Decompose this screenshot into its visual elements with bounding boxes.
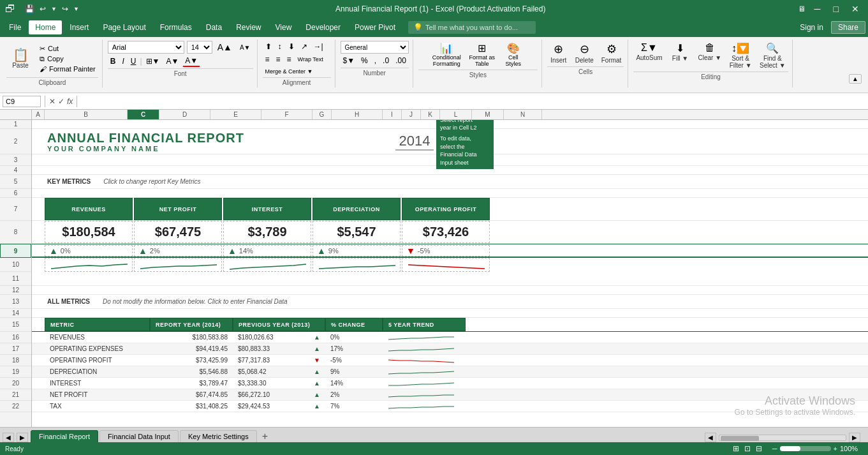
- share-button[interactable]: Share: [831, 21, 865, 34]
- col-header-H[interactable]: H: [332, 110, 383, 119]
- cell-styles-button[interactable]: 🎨 CellStyles: [501, 41, 526, 68]
- scroll-tabs-right-button[interactable]: ▶: [17, 433, 28, 442]
- col-header-I[interactable]: I: [383, 110, 402, 119]
- key-metrics-hint[interactable]: Click to change report Key Metrics: [103, 178, 200, 185]
- paste-button[interactable]: 📋 Paste: [6, 47, 34, 70]
- text-direction-button[interactable]: ↗: [298, 41, 310, 52]
- menu-formulas[interactable]: Formulas: [154, 20, 198, 34]
- fill-button[interactable]: ⬇ Fill ▼: [668, 41, 693, 70]
- decrease-decimal-button[interactable]: .00: [393, 55, 409, 66]
- italic-button[interactable]: I: [119, 56, 126, 67]
- row-22-header[interactable]: 22: [0, 401, 31, 412]
- menu-file[interactable]: File: [3, 20, 27, 34]
- percent-button[interactable]: %: [358, 55, 371, 66]
- row-12-header[interactable]: 12: [0, 286, 31, 295]
- col-header-M[interactable]: M: [472, 110, 504, 119]
- row-6-header[interactable]: 6: [0, 189, 31, 198]
- sort-filter-button[interactable]: ↕🔽 Sort &Filter ▼: [726, 41, 754, 70]
- comma-button[interactable]: ,: [372, 55, 379, 66]
- sign-in-link[interactable]: Sign in: [800, 23, 823, 32]
- cell-ref-input[interactable]: [3, 96, 41, 107]
- undo-button[interactable]: ↩: [38, 4, 48, 14]
- scroll-tabs-left-button[interactable]: ◀: [3, 433, 14, 442]
- col-header-B[interactable]: B: [45, 110, 128, 119]
- clear-button[interactable]: 🗑 Clear ▼: [696, 41, 725, 70]
- menu-data[interactable]: Data: [200, 20, 228, 34]
- view-page-break-button[interactable]: ⊟: [756, 444, 762, 453]
- bold-button[interactable]: B: [108, 56, 119, 67]
- confirm-formula-icon[interactable]: ✓: [58, 97, 64, 106]
- cancel-formula-icon[interactable]: ✕: [49, 97, 55, 106]
- delete-button[interactable]: ⊖ Delete: [573, 41, 596, 65]
- copy-button[interactable]: ⧉ Copy: [37, 54, 98, 64]
- decrease-font-button[interactable]: A▼: [237, 43, 253, 52]
- horizontal-scroll-bar[interactable]: [719, 435, 846, 441]
- view-normal-button[interactable]: ⊞: [733, 444, 739, 453]
- menu-home[interactable]: Home: [29, 20, 62, 34]
- col-header-A[interactable]: A: [32, 110, 45, 119]
- align-bottom-button[interactable]: ⬇: [286, 41, 297, 52]
- row-16-header[interactable]: 16: [0, 332, 31, 343]
- row-7-header[interactable]: 7: [0, 198, 31, 221]
- undo-dropdown-button[interactable]: ▼: [49, 5, 59, 13]
- row-5-header[interactable]: 5: [0, 175, 31, 189]
- year-display[interactable]: 2014: [395, 133, 434, 151]
- row-11-header[interactable]: 11: [0, 272, 31, 286]
- conditional-formatting-button[interactable]: 📊 ConditionalFormatting: [430, 41, 464, 68]
- align-left-button[interactable]: ≡: [263, 54, 272, 65]
- format-painter-button[interactable]: 🖌 Format Painter: [37, 64, 98, 73]
- formula-input[interactable]: [81, 96, 865, 107]
- menu-insert[interactable]: Insert: [63, 20, 95, 34]
- minimize-button[interactable]: ─: [811, 4, 825, 14]
- col-header-C[interactable]: C: [128, 110, 159, 119]
- row-15-header[interactable]: 15: [0, 318, 31, 332]
- row-4-header[interactable]: 4: [0, 166, 31, 175]
- row-13-header[interactable]: 13: [0, 295, 31, 309]
- format-as-table-button[interactable]: ⊞ Format asTable: [466, 41, 498, 68]
- row-8-header[interactable]: 8: [0, 221, 31, 244]
- col-header-D[interactable]: D: [159, 110, 210, 119]
- view-page-layout-button[interactable]: ⊡: [744, 444, 751, 453]
- cut-button[interactable]: ✂ Cut: [37, 44, 98, 54]
- redo-button[interactable]: ↪: [60, 4, 70, 14]
- insert-function-icon[interactable]: fx: [67, 97, 73, 106]
- row-1-header[interactable]: 1: [0, 120, 31, 129]
- increase-decimal-button[interactable]: .0: [380, 55, 392, 66]
- row-10-header[interactable]: 10: [0, 258, 31, 272]
- menu-developer[interactable]: Developer: [299, 20, 347, 34]
- font-name-select[interactable]: Arial: [108, 41, 184, 54]
- increase-font-button[interactable]: A▲: [215, 41, 235, 54]
- row-14-header[interactable]: 14: [0, 309, 31, 318]
- underline-button[interactable]: U: [128, 56, 139, 67]
- close-button[interactable]: ✕: [848, 4, 863, 14]
- scroll-bar-right-button[interactable]: ▶: [849, 433, 860, 442]
- align-middle-button[interactable]: ↕: [276, 41, 284, 52]
- number-format-select[interactable]: General: [341, 41, 409, 54]
- row-20-header[interactable]: 20: [0, 378, 31, 389]
- col-header-K[interactable]: K: [421, 110, 440, 119]
- row-17-header[interactable]: 17: [0, 343, 31, 355]
- row-9-header[interactable]: 9: [0, 244, 31, 258]
- scroll-bar-left-button[interactable]: ◀: [705, 433, 716, 442]
- row-2-header[interactable]: 2: [0, 129, 31, 154]
- align-right-button[interactable]: ≡: [284, 54, 294, 65]
- wrap-text-button[interactable]: Wrap Text: [295, 54, 326, 65]
- format-button[interactable]: ⚙ Format: [599, 41, 624, 65]
- add-sheet-button[interactable]: +: [258, 431, 272, 442]
- currency-button[interactable]: $▼: [341, 55, 358, 66]
- align-top-button[interactable]: ⬆: [263, 41, 274, 52]
- row-19-header[interactable]: 19: [0, 366, 31, 378]
- zoom-slider[interactable]: [780, 446, 831, 451]
- col-header-F[interactable]: F: [261, 110, 313, 119]
- col-header-E[interactable]: E: [210, 110, 261, 119]
- collapse-ribbon-button[interactable]: ▲: [849, 74, 862, 84]
- autosum-button[interactable]: Σ▼ AutoSum: [633, 41, 665, 70]
- customize-qat-button[interactable]: ▼: [71, 5, 81, 13]
- col-header-L[interactable]: L: [440, 110, 472, 119]
- menu-review[interactable]: Review: [230, 20, 267, 34]
- tab-key-metric-settings[interactable]: Key Metric Settings: [180, 430, 257, 442]
- indent-increase-button[interactable]: →|: [311, 41, 326, 52]
- fill-color-button[interactable]: A▼: [163, 56, 181, 67]
- col-header-J[interactable]: J: [402, 110, 421, 119]
- menu-power-pivot[interactable]: Power Pivot: [348, 20, 402, 34]
